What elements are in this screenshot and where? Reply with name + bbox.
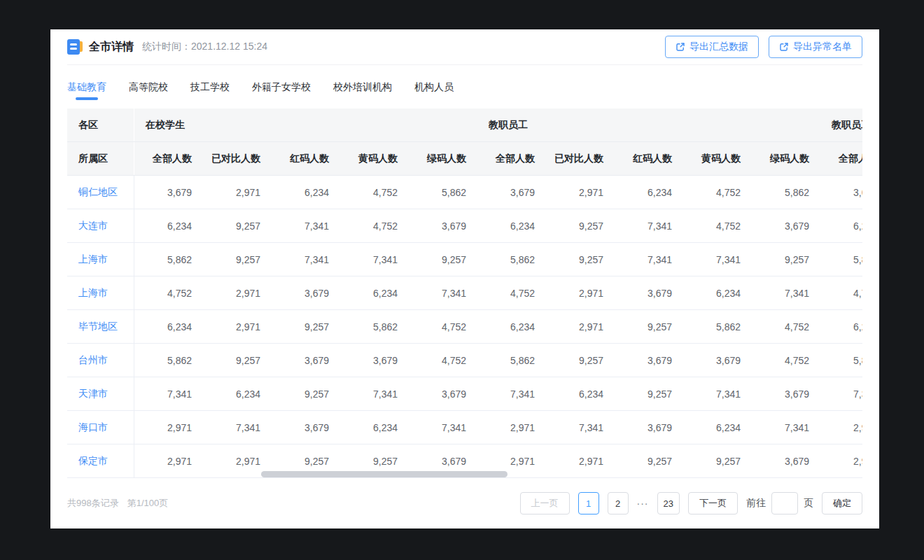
value-cell: 6,234: [820, 310, 862, 343]
pagination: 上一页 12···23 下一页 前往 页 确定: [520, 492, 862, 514]
value-cell: 9,257: [203, 209, 272, 242]
region-link[interactable]: 上海市: [67, 243, 134, 276]
value-cell: 5,862: [340, 310, 409, 343]
page-ellipsis[interactable]: ···: [637, 498, 649, 509]
export-icon: [676, 42, 685, 52]
table-row: 铜仁地区3,6792,9716,2344,7525,8623,6792,9716…: [67, 176, 862, 209]
value-cell: 5,862: [477, 344, 546, 377]
value-cell: 9,257: [546, 209, 615, 242]
value-cell: 7,341: [340, 243, 409, 276]
tab-3[interactable]: 技工学校: [190, 80, 230, 94]
group-header-3: 教职员工: [820, 108, 862, 141]
column-header: 黄码人数: [683, 142, 752, 175]
goto-page-input[interactable]: [771, 492, 798, 514]
value-cell: 3,679: [272, 411, 340, 444]
value-cell: 3,679: [477, 176, 546, 209]
tab-1[interactable]: 基础教育: [67, 80, 106, 94]
table-row: 天津市7,3416,2349,2577,3413,6797,3416,2349,…: [67, 377, 862, 411]
value-cell: 9,257: [272, 377, 340, 410]
region-link[interactable]: 保定市: [67, 444, 134, 477]
confirm-button[interactable]: 确定: [822, 492, 862, 514]
horizontal-scrollbar-thumb[interactable]: [261, 471, 507, 477]
region-link[interactable]: 铜仁地区: [67, 176, 134, 209]
group-header-1: 在校学生: [134, 108, 477, 141]
value-cell: 3,679: [409, 209, 477, 242]
value-cell: 9,257: [409, 243, 477, 276]
page-button-2[interactable]: 2: [608, 492, 629, 514]
tab-label: 机构人员: [414, 81, 454, 92]
value-cell: 6,234: [477, 310, 546, 343]
page-button-23[interactable]: 23: [657, 492, 680, 514]
export-summary-button[interactable]: 导出汇总数据: [665, 36, 759, 58]
value-cell: 4,752: [409, 310, 477, 343]
value-cell: 6,234: [134, 209, 203, 242]
export-abnormal-label: 导出异常名单: [793, 41, 852, 53]
value-cell: 5,862: [752, 176, 820, 209]
value-cell: 3,679: [340, 344, 409, 377]
value-cell: 5,862: [820, 344, 862, 377]
group-header-2: 教职员工: [477, 108, 820, 141]
page-title: 全市详情: [89, 40, 134, 55]
value-cell: 3,679: [134, 176, 203, 209]
value-cell: 6,234: [820, 209, 862, 242]
value-cell: 3,679: [820, 176, 862, 209]
value-cell: 2,971: [546, 176, 615, 209]
detail-card: 全市详情 统计时间：2021.12.12 15:24 导出汇总数据 导出异常名单: [50, 29, 879, 528]
value-cell: 4,752: [683, 209, 752, 242]
region-link[interactable]: 毕节地区: [67, 310, 134, 343]
value-cell: 7,341: [615, 243, 683, 276]
tab-label: 外籍子女学校: [252, 81, 311, 92]
value-cell: 9,257: [546, 243, 615, 276]
next-page-button[interactable]: 下一页: [688, 492, 738, 514]
value-cell: 3,679: [752, 377, 820, 410]
value-cell: 2,971: [546, 310, 615, 343]
value-cell: 7,341: [615, 209, 683, 242]
region-link[interactable]: 上海市: [67, 276, 134, 309]
value-cell: 2,971: [134, 411, 203, 444]
value-cell: 3,679: [409, 377, 477, 410]
column-header: 黄码人数: [340, 142, 409, 175]
column-header: 已对比人数: [203, 142, 272, 175]
corner-header-cell: 各区: [67, 108, 134, 141]
value-cell: 2,971: [203, 310, 272, 343]
value-cell: 2,971: [203, 176, 272, 209]
region-link[interactable]: 海口市: [67, 411, 134, 444]
region-link[interactable]: 台州市: [67, 344, 134, 377]
value-cell: 2,971: [820, 444, 862, 477]
value-cell: 7,341: [409, 276, 477, 309]
tab-4[interactable]: 外籍子女学校: [252, 80, 311, 94]
value-cell: 2,971: [477, 411, 546, 444]
value-cell: 7,341: [340, 377, 409, 410]
value-cell: 3,679: [752, 209, 820, 242]
region-link[interactable]: 天津市: [67, 377, 134, 410]
tab-2[interactable]: 高等院校: [129, 80, 168, 94]
value-cell: 4,752: [752, 344, 820, 377]
value-cell: 5,862: [134, 243, 203, 276]
table-row: 上海市5,8629,2577,3417,3419,2575,8629,2577,…: [67, 243, 862, 276]
tab-6[interactable]: 机构人员: [414, 80, 454, 94]
value-cell: 6,234: [477, 209, 546, 242]
column-header: 绿码人数: [409, 142, 477, 175]
prev-page-button[interactable]: 上一页: [520, 492, 570, 514]
region-link[interactable]: 大连市: [67, 209, 134, 242]
export-icon: [779, 42, 789, 52]
page-button-1[interactable]: 1: [578, 492, 599, 514]
export-abnormal-button[interactable]: 导出异常名单: [769, 36, 862, 58]
value-cell: 7,341: [272, 243, 340, 276]
current-page-label: 第1/100页: [127, 497, 169, 510]
value-cell: 6,234: [272, 176, 340, 209]
value-cell: 4,752: [820, 276, 862, 309]
tab-5[interactable]: 校外培训机构: [333, 80, 392, 94]
value-cell: 4,752: [409, 344, 477, 377]
value-cell: 9,257: [615, 377, 683, 410]
export-summary-label: 导出汇总数据: [690, 41, 748, 53]
table-row: 海口市2,9717,3413,6796,2347,3412,9717,3413,…: [67, 411, 862, 444]
value-cell: 2,971: [546, 444, 615, 477]
tab-label: 基础教育: [67, 81, 106, 92]
value-cell: 9,257: [272, 310, 340, 343]
value-cell: 5,862: [683, 310, 752, 343]
statistics-time: 统计时间：2021.12.12 15:24: [142, 41, 267, 53]
data-table: 各区在校学生教职员工教职员工所属区全部人数已对比人数红码人数黄码人数绿码人数全部…: [67, 108, 862, 478]
value-cell: 5,862: [409, 176, 477, 209]
value-cell: 7,341: [203, 411, 272, 444]
